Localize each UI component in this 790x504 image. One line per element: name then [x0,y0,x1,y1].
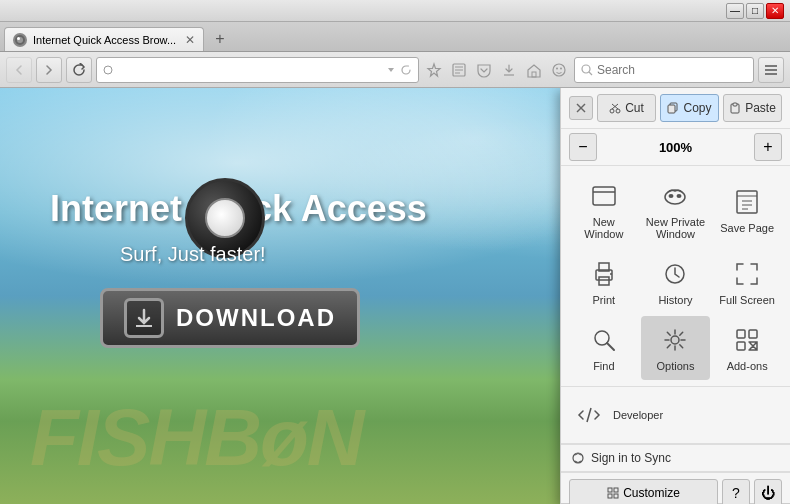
back-button[interactable] [6,57,32,83]
face-icon[interactable] [548,59,570,81]
download-arrow-icon [124,298,164,338]
zoom-out-button[interactable]: − [569,133,597,161]
menu-item-options[interactable]: Options [641,316,711,380]
menu-bottom: Sign in to Sync Customize ? ⏻ [561,444,790,504]
svg-rect-30 [593,187,615,205]
menu-footer: Customize ? ⏻ [561,472,790,504]
svg-rect-29 [733,103,737,106]
signin-sync-button[interactable]: Sign in to Sync [561,445,790,471]
cut-label: Cut [625,101,644,115]
menu-item-private-window[interactable]: New Private Window [641,172,711,248]
developer-icon [573,399,605,431]
menu-panel: Cut Copy Paste − 100% + New W [560,88,790,504]
save-icon [731,186,763,218]
addons-icon [731,324,763,356]
location-bar-container[interactable] [96,57,419,83]
toolbar-icon-group [423,59,570,81]
browser-tab[interactable]: Internet Quick Access Brow... ✕ [4,27,204,51]
sync-icon [571,451,585,465]
search-icon [581,64,593,76]
cut-button[interactable]: Cut [597,94,656,122]
svg-rect-48 [737,330,745,338]
svg-point-2 [17,37,20,40]
menu-button[interactable] [758,57,784,83]
addons-label: Add-ons [727,360,768,372]
search-input[interactable] [597,63,747,77]
bookmark-star-icon[interactable] [423,59,445,81]
refresh-button[interactable] [66,57,92,83]
paste-button[interactable]: Paste [723,94,782,122]
home-icon[interactable] [523,59,545,81]
copy-icon [667,102,679,114]
fullscreen-icon [731,258,763,290]
menu-item-developer[interactable]: Developer [569,391,782,439]
quit-label: ⏻ [761,485,775,501]
maximize-button[interactable]: □ [746,3,764,19]
minimize-button[interactable]: — [726,3,744,19]
customize-button[interactable]: Customize [569,479,718,504]
copy-button[interactable]: Copy [660,94,719,122]
svg-line-46 [607,343,614,350]
scissors-icon [609,102,621,114]
close-button[interactable]: ✕ [766,3,784,19]
download-label: DOWNLOAD [176,304,336,332]
clipboard-row: Cut Copy Paste [561,88,790,129]
svg-point-52 [573,453,583,463]
paste-icon [729,102,741,114]
menu-item-save-page[interactable]: Save Page [712,172,782,248]
forward-button[interactable] [36,57,62,83]
history-label: History [658,294,692,306]
reader-icon[interactable] [448,59,470,81]
signin-label: Sign in to Sync [591,451,671,465]
svg-point-22 [610,109,614,113]
help-button[interactable]: ? [722,479,750,504]
svg-point-13 [560,67,562,69]
svg-point-3 [104,66,112,74]
tab-title: Internet Quick Access Brow... [33,34,179,46]
find-label: Find [593,360,614,372]
svg-point-34 [677,194,682,198]
search-bar-container[interactable] [574,57,754,83]
refresh-small-icon [400,64,412,76]
history-icon [659,258,691,290]
svg-rect-54 [614,488,618,492]
svg-rect-50 [749,330,757,338]
svg-point-14 [582,65,590,73]
save-page-label: Save Page [720,222,774,234]
menu-close-button[interactable] [569,96,593,120]
location-input[interactable] [117,63,382,77]
dropdown-icon [386,65,396,75]
menu-item-new-window[interactable]: New Window [569,172,639,248]
svg-rect-35 [737,191,757,213]
location-icon [103,65,113,75]
svg-line-15 [589,72,592,75]
quit-button[interactable]: ⏻ [754,479,782,504]
menu-item-find[interactable]: Find [569,316,639,380]
mask-icon [659,180,691,212]
svg-point-23 [616,109,620,113]
menu-item-addons[interactable]: Add-ons [712,316,782,380]
new-tab-button[interactable]: + [208,27,232,51]
zoom-in-button[interactable]: + [754,133,782,161]
fullscreen-label: Full Screen [719,294,775,306]
svg-point-33 [669,194,674,198]
find-icon [588,324,620,356]
pocket-icon[interactable] [473,59,495,81]
toolbar [0,52,790,88]
customize-label: Customize [623,486,680,500]
tab-favicon [13,33,27,47]
developer-label: Developer [613,409,663,421]
title-bar: — □ ✕ [0,0,790,22]
download-icon[interactable] [498,59,520,81]
menu-item-history[interactable]: History [641,250,711,314]
new-window-label: New Window [573,216,635,240]
menu-item-print[interactable]: Print [569,250,639,314]
tab-bar: Internet Quick Access Brow... ✕ + [0,22,790,52]
options-icon [659,324,691,356]
paste-label: Paste [745,101,776,115]
svg-point-12 [556,67,558,69]
tab-close-button[interactable]: ✕ [185,33,195,47]
menu-item-fullscreen[interactable]: Full Screen [712,250,782,314]
download-button[interactable]: DOWNLOAD [100,288,360,348]
svg-line-51 [587,408,591,422]
